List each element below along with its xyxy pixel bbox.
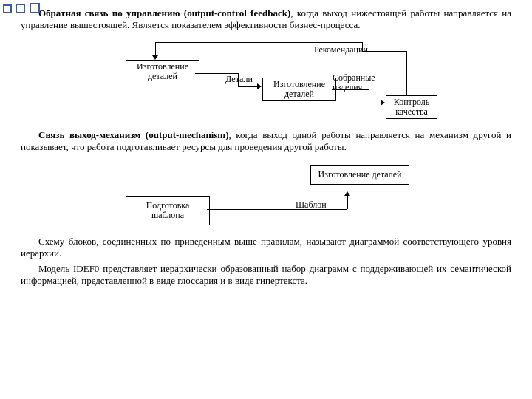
paragraph-output-control: Обратная связь по управлению (output-con… [21, 7, 511, 32]
label-assembled: Собранные изделия [332, 73, 384, 92]
term-output-control: Обратная связь по управлению (output-con… [38, 7, 290, 18]
box-template-prep: Подготовка шаблона [126, 196, 210, 225]
diagram-output-control: Рекомендации Изготовление деталей Детали… [96, 36, 436, 125]
label-details: Детали [225, 75, 253, 84]
term-output-mechanism: Связь выход-механизм (output-mechanism) [38, 129, 229, 140]
box-manufacture-1: Изготовление деталей [126, 60, 200, 83]
bullet-icon [16, 4, 25, 13]
corner-bullets [3, 3, 41, 16]
bullet-icon [3, 4, 12, 13]
page-content: Обратная связь по управлению (output-con… [0, 0, 532, 287]
box-manufacture-2: Изготовление деталей [262, 78, 336, 101]
paragraph-scheme: Схему блоков, соединенных по приведенным… [21, 236, 511, 260]
paragraph-output-mechanism: Связь выход-механизм (output-mechanism),… [21, 129, 511, 154]
bullet-icon [30, 3, 40, 13]
paragraph-idef0: Модель IDEF0 представляет иерархически о… [21, 263, 511, 287]
box-manufacture-d2: Изготовление деталей [310, 165, 409, 185]
diagram-output-mechanism: Изготовление деталей Подготовка шаблона … [81, 157, 451, 231]
label-recommendations: Рекомендации [314, 45, 368, 55]
label-template: Шаблон [296, 200, 327, 210]
box-quality-control: Контроль качества [386, 95, 437, 119]
